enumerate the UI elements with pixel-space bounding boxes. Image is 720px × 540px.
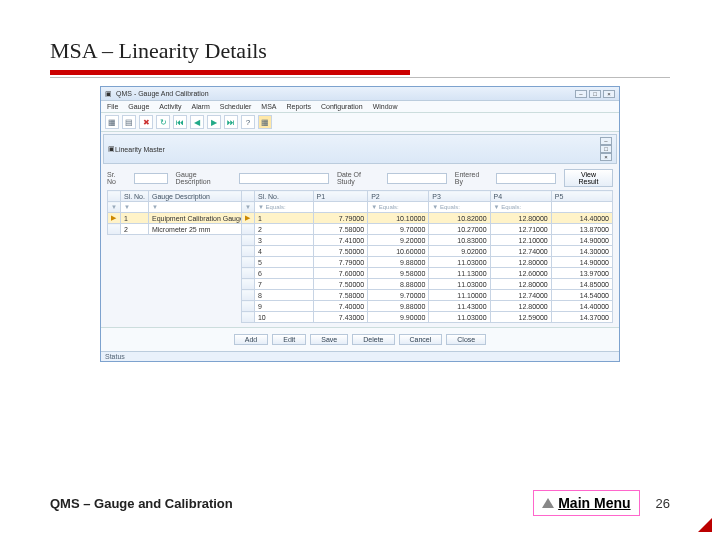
col-header[interactable] xyxy=(108,191,121,202)
slide-title: MSA – Linearity Details xyxy=(50,38,670,64)
subwindow-icon: ▣ xyxy=(108,145,115,153)
app-title-text: QMS - Gauge And Calibration xyxy=(116,90,209,97)
linearity-data-table: Sl. No.P1P2P3P4P5 ▼▼ Equals:▼ Equals:▼ E… xyxy=(241,190,613,323)
close-button[interactable]: × xyxy=(603,90,615,98)
menu-msa[interactable]: MSA xyxy=(261,103,276,110)
app-titlebar: ▣ QMS - Gauge And Calibration – □ × xyxy=(101,87,619,101)
col-header[interactable] xyxy=(242,191,255,202)
close-form-button[interactable]: Close xyxy=(446,334,486,345)
menu-scheduler[interactable]: Scheduler xyxy=(220,103,252,110)
table-row[interactable]: ▶17.7900010.1000010.8200012.8000014.4000… xyxy=(242,213,613,224)
menu-alarm[interactable]: Alarm xyxy=(191,103,209,110)
sub-minimize-button[interactable]: – xyxy=(600,137,612,145)
menubar: File Gauge Activity Alarm Scheduler MSA … xyxy=(101,101,619,113)
col-header[interactable]: P5 xyxy=(551,191,612,202)
button-bar: Add Edit Save Delete Cancel Close xyxy=(101,327,619,351)
help-icon[interactable]: ? xyxy=(241,115,255,129)
form-row: Sr. No Gauge Description Date Of Study E… xyxy=(101,166,619,190)
toolbar: ▦ ▤ ✖ ↻ ⏮ ◀ ▶ ⏭ ? ▦ xyxy=(101,113,619,132)
menu-file[interactable]: File xyxy=(107,103,118,110)
subwindow-title: Linearity Master xyxy=(115,146,165,153)
delete-button[interactable]: Delete xyxy=(352,334,394,345)
table-row[interactable]: 87.580009.7000011.1000012.7400014.54000 xyxy=(242,290,613,301)
table-row[interactable]: ▶1Equipment Calibration Gauge xyxy=(108,213,248,224)
edit-button[interactable]: Edit xyxy=(272,334,306,345)
app-window: ▣ QMS - Gauge And Calibration – □ × File… xyxy=(100,86,620,362)
table-row[interactable]: 37.410009.2000010.8300012.1000014.90000 xyxy=(242,235,613,246)
prev-icon[interactable]: ◀ xyxy=(190,115,204,129)
table-row[interactable]: 2Micrometer 25 mm xyxy=(108,224,248,235)
date-label: Date Of Study xyxy=(337,171,379,185)
divider xyxy=(50,77,670,78)
by-input[interactable] xyxy=(496,173,556,184)
menu-reports[interactable]: Reports xyxy=(286,103,311,110)
main-menu-link[interactable]: Main Menu xyxy=(533,490,639,516)
last-icon[interactable]: ⏭ xyxy=(224,115,238,129)
corner-decoration xyxy=(698,518,712,532)
srno-input[interactable] xyxy=(134,173,168,184)
table-row[interactable]: 97.400009.8800011.4300012.8000014.40000 xyxy=(242,301,613,312)
by-label: Entered By xyxy=(455,171,488,185)
col-header[interactable]: P2 xyxy=(368,191,429,202)
menu-window[interactable]: Window xyxy=(373,103,398,110)
statusbar: Status xyxy=(101,351,619,361)
footer-text: QMS – Gauge and Calibration xyxy=(50,496,233,511)
refresh-icon[interactable]: ↻ xyxy=(156,115,170,129)
delete-icon[interactable]: ✖ xyxy=(139,115,153,129)
save-button[interactable]: Save xyxy=(310,334,348,345)
srno-label: Sr. No xyxy=(107,171,126,185)
first-icon[interactable]: ⏮ xyxy=(173,115,187,129)
page-number: 26 xyxy=(656,496,670,511)
gauge-list-table: Sl. No.Gauge Description ▼▼▼ ▶1Equipment… xyxy=(107,190,248,235)
sub-close-button[interactable]: × xyxy=(600,153,612,161)
app-icon: ▣ xyxy=(105,90,112,98)
table-row[interactable]: 107.430009.9000011.0300012.5900014.37000 xyxy=(242,312,613,323)
date-input[interactable] xyxy=(387,173,447,184)
main-menu-label: Main Menu xyxy=(558,495,630,511)
col-header[interactable]: Sl. No. xyxy=(254,191,313,202)
desc-label: Gauge Description xyxy=(176,171,231,185)
sub-maximize-button[interactable]: □ xyxy=(600,145,612,153)
menu-configuration[interactable]: Configuration xyxy=(321,103,363,110)
table-row[interactable]: 67.600009.5800011.1300012.6000013.97000 xyxy=(242,268,613,279)
desc-input[interactable] xyxy=(239,173,329,184)
cancel-button[interactable]: Cancel xyxy=(399,334,443,345)
add-button[interactable]: Add xyxy=(234,334,268,345)
up-arrow-icon xyxy=(542,498,554,508)
new-icon[interactable]: ▦ xyxy=(105,115,119,129)
calendar-icon[interactable]: ▦ xyxy=(258,115,272,129)
table-row[interactable]: 27.580009.7000010.2700012.7100013.87000 xyxy=(242,224,613,235)
title-underline xyxy=(50,70,410,75)
next-icon[interactable]: ▶ xyxy=(207,115,221,129)
view-result-button[interactable]: View Result xyxy=(564,169,613,187)
menu-gauge[interactable]: Gauge xyxy=(128,103,149,110)
subwindow-titlebar: ▣ Linearity Master – □ × xyxy=(103,134,617,164)
table-row[interactable]: 57.790009.8800011.0300012.8000014.90000 xyxy=(242,257,613,268)
minimize-button[interactable]: – xyxy=(575,90,587,98)
col-header[interactable]: Sl. No. xyxy=(120,191,148,202)
col-header[interactable]: P1 xyxy=(313,191,368,202)
table-row[interactable]: 77.500008.8800011.0300012.8000014.85000 xyxy=(242,279,613,290)
table-row[interactable]: 47.5000010.600009.0200012.7400014.30000 xyxy=(242,246,613,257)
col-header[interactable]: Gauge Description xyxy=(148,191,247,202)
save-icon[interactable]: ▤ xyxy=(122,115,136,129)
col-header[interactable]: P4 xyxy=(490,191,551,202)
maximize-button[interactable]: □ xyxy=(589,90,601,98)
menu-activity[interactable]: Activity xyxy=(159,103,181,110)
col-header[interactable]: P3 xyxy=(429,191,490,202)
